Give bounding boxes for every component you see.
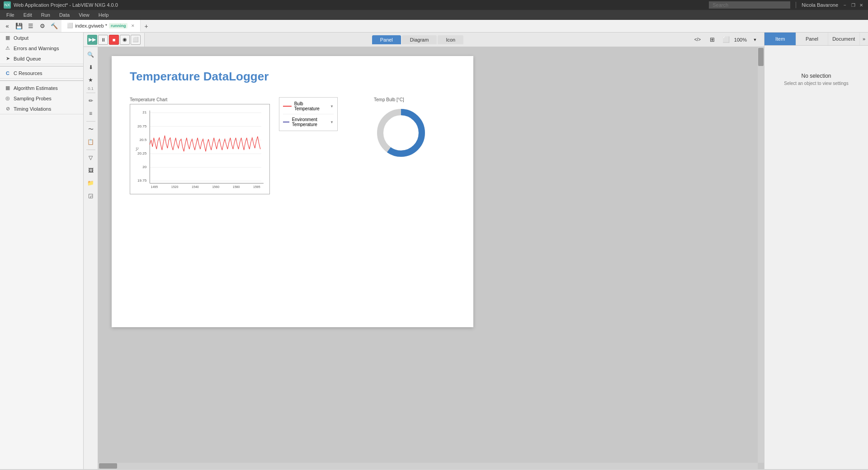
run-step2-button[interactable]: ⬜ bbox=[131, 35, 141, 45]
vt-dropdown-button[interactable]: ▽ bbox=[85, 152, 97, 164]
vt-search-button[interactable]: 🔍 bbox=[85, 49, 97, 61]
menu-help[interactable]: Help bbox=[94, 11, 113, 19]
snap-button[interactable]: ⬜ bbox=[721, 34, 731, 45]
search-input[interactable] bbox=[709, 1, 790, 9]
vt-download-button[interactable]: ⬇ bbox=[85, 61, 97, 73]
sidebar-item-output[interactable]: ▦ Output bbox=[0, 33, 83, 43]
app-title: Web Application Project* - LabVIEW NXG 4… bbox=[14, 2, 118, 8]
separator bbox=[796, 2, 796, 8]
sidebar-output-group: ▦ Output ⚠ Errors and Warnings ➤ Build Q… bbox=[0, 33, 83, 64]
tab-close-button[interactable]: ✕ bbox=[131, 24, 135, 28]
panel-tab-group: Panel Diagram Icon bbox=[372, 35, 464, 44]
run-toolbar: ▶▶ ⏸ ■ ◉ ⬜ bbox=[84, 33, 145, 47]
sidebar-item-algorithm[interactable]: ▦ Algorithm Estimates bbox=[0, 83, 83, 93]
legend-env-dropdown-icon[interactable]: ▼ bbox=[330, 120, 334, 124]
tab-diagram[interactable]: Diagram bbox=[402, 35, 437, 44]
svg-text:20: 20 bbox=[142, 165, 146, 169]
menu-edit[interactable]: Edit bbox=[19, 11, 37, 19]
code-toggle-button[interactable]: </> bbox=[691, 34, 704, 45]
menu-file[interactable]: File bbox=[2, 11, 19, 19]
sidebar-item-sampling[interactable]: ◎ Sampling Probes bbox=[0, 93, 83, 103]
run-play-button[interactable]: ▶▶ bbox=[87, 35, 97, 45]
tab-panel[interactable]: Panel bbox=[372, 35, 401, 44]
sidebar-label-algorithm: Algorithm Estimates bbox=[14, 85, 58, 91]
rp-tab-item[interactable]: Item bbox=[764, 33, 796, 45]
menu-run[interactable]: Run bbox=[37, 11, 55, 19]
vt-panel-button[interactable]: 📋 bbox=[85, 136, 97, 148]
run-step1-button[interactable]: ◉ bbox=[120, 35, 130, 45]
restore-button[interactable]: ❐ bbox=[850, 2, 856, 8]
vt-separator-1 bbox=[86, 93, 95, 93]
toolbar-save-button[interactable]: 💾 bbox=[14, 21, 24, 32]
toolbar-settings-button[interactable]: ⚙ bbox=[37, 21, 48, 32]
sidebar-separator-2 bbox=[0, 80, 83, 81]
panel-tabs: Panel Diagram Icon bbox=[372, 35, 464, 44]
tab-icon[interactable]: Icon bbox=[438, 35, 463, 44]
horizontal-scroll-thumb[interactable] bbox=[99, 463, 117, 469]
sidebar-tools-group: ▦ Algorithm Estimates ◎ Sampling Probes … bbox=[0, 83, 83, 114]
legend-container: Bulb Temperature ▼ Environment Temperatu… bbox=[279, 97, 338, 131]
rp-tab-more[interactable]: » bbox=[860, 33, 868, 45]
sidebar-separator-1 bbox=[0, 66, 83, 66]
toolbar-build-button[interactable]: 🔨 bbox=[49, 21, 60, 32]
sidebar-item-c-resources[interactable]: C C Resources bbox=[0, 68, 83, 78]
right-panel-tabs: Item Panel Document » bbox=[764, 33, 868, 46]
legend-bulb-dropdown-icon[interactable]: ▼ bbox=[330, 104, 334, 108]
panel-tab-center: Panel Diagram Icon bbox=[145, 35, 691, 44]
sidebar-toggle-button[interactable]: « bbox=[2, 21, 13, 32]
right-panel-content: No selection Select an object to view se… bbox=[764, 46, 868, 469]
sidebar-item-errors[interactable]: ⚠ Errors and Warnings bbox=[0, 43, 83, 53]
tab-add-button[interactable]: + bbox=[141, 20, 151, 32]
svg-text:1560: 1560 bbox=[212, 185, 219, 188]
svg-text:21: 21 bbox=[142, 110, 146, 114]
zoom-dropdown-button[interactable]: ▼ bbox=[750, 34, 760, 45]
sidebar-item-build-queue[interactable]: ➤ Build Queue bbox=[0, 53, 83, 64]
horizontal-scrollbar[interactable] bbox=[98, 463, 758, 469]
legend-env-item[interactable]: Environment Temperature ▼ bbox=[283, 115, 334, 129]
sidebar-item-timing[interactable]: ⊘ Timing Violations bbox=[0, 103, 83, 114]
canvas-area[interactable]: Temperature DataLogger Temperature Chart… bbox=[98, 47, 764, 469]
vt-edit-button[interactable]: ✏ bbox=[85, 95, 97, 107]
toolbar-list-button[interactable]: ☰ bbox=[25, 21, 36, 32]
vt-wave-button[interactable]: 〜 bbox=[85, 123, 97, 135]
svg-text:°C: °C bbox=[135, 147, 139, 151]
sidebar-label-output: Output bbox=[14, 35, 28, 41]
sidebar-label-c-resources: C Resources bbox=[14, 70, 42, 76]
vt-favorite-button[interactable]: ★ bbox=[85, 74, 97, 86]
menu-data[interactable]: Data bbox=[55, 11, 74, 19]
gauge-svg bbox=[374, 106, 428, 160]
run-and-panel-bar: ▶▶ ⏸ ■ ◉ ⬜ Panel Diagram Icon </> bbox=[84, 33, 764, 47]
layout-button[interactable]: ⊞ bbox=[707, 34, 718, 45]
run-stop-button[interactable]: ■ bbox=[109, 35, 119, 45]
chart-wrapper: Temperature Chart 21 20.75 20.5 20.25 20 bbox=[130, 97, 270, 194]
vertical-scrollbar[interactable] bbox=[758, 47, 764, 463]
sampling-icon: ◎ bbox=[5, 95, 11, 101]
svg-text:1495: 1495 bbox=[151, 185, 158, 188]
gauge-container: Temp Bulb [°C] bbox=[374, 97, 428, 160]
vt-folder-button[interactable]: 📁 bbox=[85, 177, 97, 189]
output-icon: ▦ bbox=[5, 35, 11, 41]
menu-view[interactable]: View bbox=[74, 11, 94, 19]
tab-icon: ⬜ bbox=[67, 23, 73, 28]
tab-label: index.gviweb * bbox=[75, 23, 107, 28]
legend-bulb-item[interactable]: Bulb Temperature ▼ bbox=[283, 99, 334, 113]
svg-text:1520: 1520 bbox=[171, 185, 179, 188]
menu-bar: File Edit Run Data View Help bbox=[0, 10, 868, 20]
vert-toolbar: 🔍 ⬇ ★ 0.1 ✏ ≡ 〜 📋 ▽ 🖼 📁 ◲ bbox=[84, 47, 98, 469]
chart-box[interactable]: 21 20.75 20.5 20.25 20 19.75 °C bbox=[130, 104, 270, 194]
rp-tab-panel[interactable]: Panel bbox=[796, 33, 828, 45]
run-pause-button[interactable]: ⏸ bbox=[98, 35, 108, 45]
tab-running-badge: running bbox=[109, 23, 128, 28]
svg-text:1540: 1540 bbox=[192, 185, 199, 188]
vt-shape-button[interactable]: ◲ bbox=[85, 190, 97, 202]
gauge-label: Temp Bulb [°C] bbox=[374, 97, 404, 102]
legend-separator bbox=[283, 114, 334, 114]
errors-icon: ⚠ bbox=[5, 45, 11, 51]
vertical-scroll-thumb[interactable] bbox=[758, 48, 764, 66]
vt-list-button[interactable]: ≡ bbox=[85, 108, 97, 119]
close-button[interactable]: ✕ bbox=[858, 2, 864, 8]
minimize-button[interactable]: − bbox=[842, 2, 848, 8]
tab-index[interactable]: ⬜ index.gviweb * running ✕ bbox=[61, 20, 141, 32]
rp-tab-document[interactable]: Document bbox=[828, 33, 860, 45]
vt-image-button[interactable]: 🖼 bbox=[85, 164, 97, 176]
